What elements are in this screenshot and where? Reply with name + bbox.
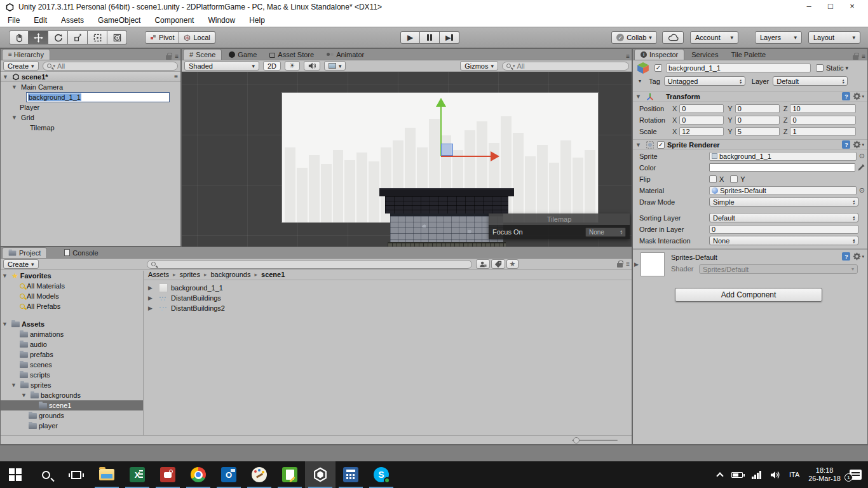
search-by-type-button[interactable] (476, 259, 490, 269)
move-tool-button[interactable] (29, 30, 48, 44)
scale-y-field[interactable]: 5 (735, 127, 780, 136)
color-swatch[interactable] (709, 163, 855, 172)
asset-item-background[interactable]: ▶background_1_1 (144, 283, 632, 293)
object-picker-icon[interactable]: ⊙ (857, 152, 867, 160)
tree-all-prefabs[interactable]: All Prefabs (1, 301, 143, 311)
taskbar-paint[interactable] (244, 461, 275, 488)
position-z-field[interactable]: 10 (790, 104, 856, 113)
layer-dropdown[interactable]: Default▴▾ (773, 76, 848, 86)
rect-tool-button[interactable] (88, 30, 107, 44)
tab-hierarchy[interactable]: ≡Hierarchy (2, 49, 50, 60)
project-create-button[interactable]: Create▾ (3, 259, 39, 269)
tab-console[interactable]: Console (58, 247, 104, 258)
minimize-button[interactable]: – (798, 0, 820, 14)
static-dropdown-icon[interactable]: ▾ (846, 65, 849, 71)
menu-file[interactable]: File (8, 16, 20, 25)
tree-prefabs[interactable]: prefabs (1, 349, 143, 360)
tag-dropdown[interactable]: Untagged▴▾ (664, 76, 745, 86)
play-button[interactable]: ▶ (400, 31, 420, 44)
taskbar-red-app[interactable] (153, 461, 183, 488)
audio-toggle-button[interactable] (304, 61, 320, 71)
taskbar-unity[interactable] (305, 461, 336, 488)
tree-player[interactable]: player (1, 421, 143, 431)
breadcrumb-assets[interactable]: Assets (148, 271, 169, 278)
tree-all-materials[interactable]: All Materials (1, 281, 143, 291)
tab-asset-store[interactable]: Asset Store (264, 49, 320, 60)
component-enabled-checkbox[interactable]: ✓ (657, 141, 665, 149)
help-icon[interactable]: ? (842, 140, 850, 149)
lock-icon[interactable] (166, 55, 172, 60)
foldout-icon[interactable]: ▼ (3, 74, 10, 80)
tab-project[interactable]: Project (2, 247, 47, 258)
search-by-label-button[interactable] (491, 259, 505, 269)
flip-x-checkbox[interactable] (709, 175, 717, 183)
maximize-button[interactable]: □ (820, 0, 841, 14)
hierarchy-item-main-camera[interactable]: ▼Main Camera (1, 82, 180, 92)
taskbar-file-explorer[interactable] (92, 461, 122, 488)
rotation-z-field[interactable]: 0 (790, 116, 856, 125)
menu-window[interactable]: Window (208, 16, 235, 25)
menu-component[interactable]: Component (154, 16, 194, 25)
tree-scene1-selected[interactable]: scene1 (1, 400, 143, 410)
draw-mode-dropdown[interactable]: Simple▴▾ (709, 197, 858, 207)
tab-services[interactable]: Services (686, 49, 724, 60)
scale-z-field[interactable]: 1 (790, 127, 856, 136)
tab-tile-palette[interactable]: Tile Palette (725, 49, 771, 60)
pause-button[interactable] (420, 31, 440, 44)
hierarchy-item-background-editing[interactable]: background_1_1 (1, 92, 180, 102)
sorting-layer-dropdown[interactable]: Default▴▾ (709, 213, 858, 222)
material-object-field[interactable]: Sprites-Default (709, 186, 857, 195)
panel-menu-icon[interactable]: ≡ (626, 261, 629, 268)
asset-item-distantbuildings[interactable]: ▶DistantBuildings (144, 293, 632, 303)
hierarchy-item-grid[interactable]: ▼Grid (1, 112, 180, 123)
rotation-y-field[interactable]: 0 (735, 116, 780, 125)
hierarchy-create-button[interactable]: Create▾ (3, 61, 39, 71)
foldout-icon[interactable]: ▼ (635, 142, 643, 148)
tree-animations[interactable]: animations (1, 329, 143, 339)
scene-search-input[interactable]: ▾All (502, 62, 629, 71)
battery-icon[interactable] (731, 472, 743, 478)
rotation-x-field[interactable]: 0 (679, 116, 724, 125)
lock-icon[interactable] (853, 55, 858, 60)
breadcrumb-scene1[interactable]: scene1 (261, 271, 285, 278)
scale-x-field[interactable]: 12 (679, 127, 724, 136)
asset-item-distantbuildings2[interactable]: ▶DistantBuildings2 (144, 303, 632, 313)
gizmo-center-handle[interactable] (441, 144, 453, 156)
tree-audio[interactable]: audio (1, 339, 143, 349)
search-favorites-button[interactable]: ★ (506, 259, 519, 269)
breadcrumb-sprites[interactable]: sprites (180, 271, 200, 278)
2d-toggle-button[interactable]: 2D (263, 61, 281, 71)
focus-on-dropdown[interactable]: None▴▾ (585, 227, 626, 237)
cloud-button[interactable] (662, 31, 684, 44)
action-center-icon[interactable]: 1 (850, 470, 862, 480)
tree-favorites[interactable]: ▼★Favorites (1, 271, 143, 281)
tray-chevron-icon[interactable] (717, 472, 724, 479)
tab-animator[interactable]: Animator (321, 49, 370, 60)
tree-sprites[interactable]: ▼sprites (1, 380, 143, 390)
foldout-icon[interactable]: ▼ (11, 84, 19, 90)
effects-dropdown[interactable]: ▾ (324, 61, 346, 71)
static-checkbox[interactable] (816, 64, 824, 72)
shading-mode-dropdown[interactable]: Shaded▾ (184, 61, 259, 71)
gizmo-x-axis[interactable] (441, 156, 491, 157)
local-toggle-button[interactable]: Local (179, 31, 215, 44)
taskbar-excel[interactable]: X (122, 461, 153, 488)
thumbnail-size-slider-knob[interactable] (573, 437, 580, 444)
transform-tool-button[interactable] (107, 30, 127, 44)
tree-all-models[interactable]: All Models (1, 291, 143, 301)
menu-assets[interactable]: Assets (61, 16, 84, 25)
project-search-input[interactable] (147, 260, 472, 269)
tree-assets[interactable]: ▼Assets (1, 319, 143, 329)
help-icon[interactable]: ? (842, 252, 850, 261)
tree-backgrounds[interactable]: ▼backgrounds (1, 390, 143, 400)
panel-menu-icon[interactable]: ≡ (626, 53, 629, 60)
close-button[interactable]: × (841, 0, 863, 14)
layout-dropdown[interactable]: Layout▾ (808, 31, 860, 44)
flip-y-checkbox[interactable] (730, 175, 738, 183)
rotate-tool-button[interactable] (48, 30, 68, 44)
position-x-field[interactable]: 0 (679, 104, 724, 113)
menu-edit[interactable]: Edit (34, 16, 47, 25)
gear-icon[interactable]: ▾ (853, 92, 864, 100)
pivot-toggle-button[interactable]: Pivot (145, 31, 179, 44)
menu-gameobject[interactable]: GameObject (98, 16, 140, 25)
